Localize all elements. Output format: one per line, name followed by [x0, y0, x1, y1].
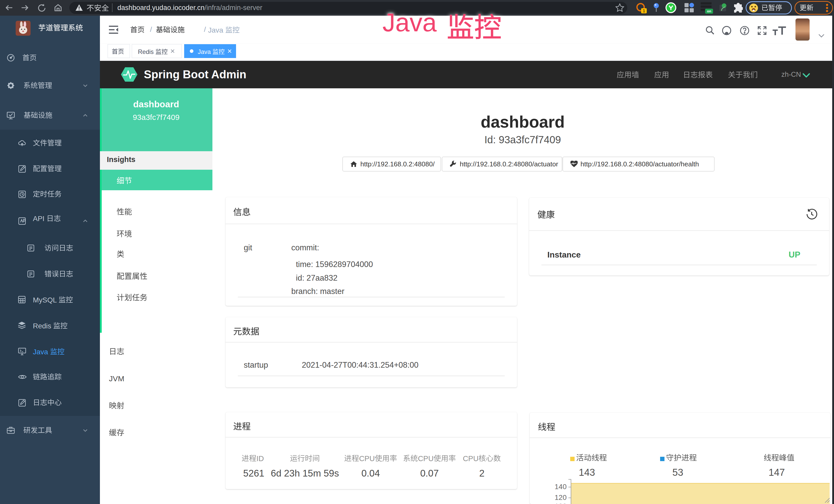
- svg-text:1: 1: [643, 9, 645, 13]
- svg-text:on: on: [707, 9, 711, 13]
